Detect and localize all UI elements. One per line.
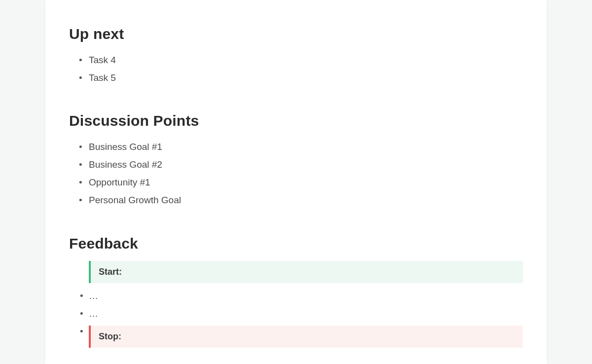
callout-stop-label: Stop: xyxy=(99,331,121,341)
feedback-start-list: … … xyxy=(80,287,523,323)
section-heading-feedback: Feedback xyxy=(69,235,523,252)
list-item: Opportunity #1 xyxy=(79,174,523,191)
list-item: Business Goal #1 xyxy=(79,138,523,156)
section-heading-discussion: Discussion Points xyxy=(69,112,523,129)
callout-stop: Stop: xyxy=(89,326,523,348)
list-item: Task 5 xyxy=(79,69,523,87)
up-next-list: Task 4 Task 5 xyxy=(79,51,523,87)
list-item: … xyxy=(80,305,523,323)
section-heading-up-next: Up next xyxy=(69,26,523,42)
list-item: Business Goal #2 xyxy=(79,156,523,174)
list-item: Personal Growth Goal xyxy=(79,191,523,209)
callout-start-label: Start: xyxy=(99,267,122,277)
callout-start: Start: xyxy=(89,261,523,283)
list-item: … xyxy=(80,287,523,305)
document-page: Up next Task 4 Task 5 Discussion Points … xyxy=(45,0,547,364)
list-item: Task 4 xyxy=(79,51,523,69)
discussion-list: Business Goal #1 Business Goal #2 Opport… xyxy=(79,138,523,209)
